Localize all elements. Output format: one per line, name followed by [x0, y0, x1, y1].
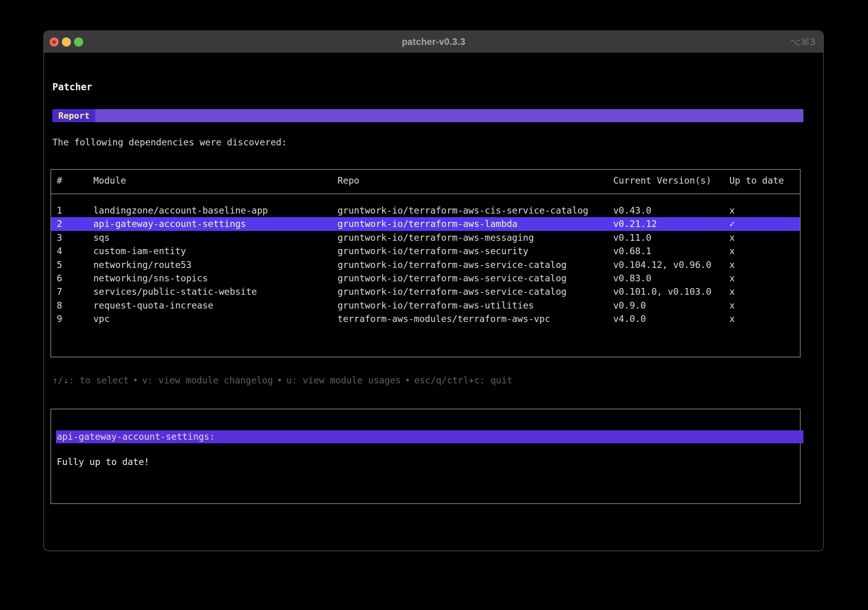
- bullet-separator-icon: •: [273, 375, 286, 385]
- row-module: api-gateway-account-settings: [93, 217, 338, 231]
- row-module: networking/sns-topics: [93, 272, 338, 285]
- row-repo: terraform-aws-modules/terraform-aws-vpc: [338, 312, 613, 325]
- row-number: 4: [57, 244, 93, 258]
- row-module: landingzone/account-baseline-app: [93, 204, 338, 217]
- row-versions: v0.43.0: [613, 204, 729, 217]
- table-header: # Module Repo Current Version(s) Up to d…: [51, 170, 800, 194]
- window-controls: [50, 31, 83, 53]
- row-number: 5: [57, 258, 93, 272]
- row-up-to-date-mark: x: [729, 312, 800, 325]
- row-repo: gruntwork-io/terraform-aws-security: [338, 244, 613, 258]
- table-row[interactable]: 2 api-gateway-account-settings gruntwork…: [51, 217, 800, 231]
- table-body: 1 landingzone/account-baseline-app grunt…: [51, 204, 800, 326]
- row-repo: gruntwork-io/terraform-aws-service-catal…: [338, 272, 613, 285]
- row-module: services/public-static-website: [93, 285, 338, 298]
- table-row[interactable]: 8 request-quota-increase gruntwork-io/te…: [51, 299, 800, 312]
- row-repo: gruntwork-io/terraform-aws-service-catal…: [338, 258, 613, 272]
- row-versions: v0.9.0: [613, 299, 729, 312]
- row-module: sqs: [93, 231, 338, 244]
- row-versions: v0.11.0: [613, 231, 729, 244]
- row-up-to-date-mark: x: [729, 244, 800, 258]
- row-number: 8: [57, 299, 93, 312]
- row-up-to-date-mark: x: [729, 272, 800, 285]
- row-number: 6: [57, 272, 93, 285]
- row-repo: gruntwork-io/terraform-aws-utilities: [338, 299, 613, 312]
- row-versions: v0.68.1: [613, 244, 729, 258]
- detail-panel: api-gateway-account-settings: Fully up t…: [50, 409, 801, 504]
- column-header-up-to-date: Up to date: [729, 174, 800, 187]
- row-up-to-date-mark: x: [729, 299, 800, 312]
- row-repo: gruntwork-io/terraform-aws-cis-service-c…: [338, 204, 613, 217]
- row-versions: v0.101.0, v0.103.0: [613, 285, 729, 298]
- help-usages: u: view module usages: [286, 375, 401, 385]
- window-title: patcher-v0.3.3: [402, 37, 466, 47]
- help-quit: esc/q/ctrl+c: quit: [414, 375, 512, 385]
- table-row[interactable]: 4 custom-iam-entity gruntwork-io/terrafo…: [51, 244, 800, 258]
- row-up-to-date-mark: x: [729, 285, 800, 298]
- tab-shortcut-hint: ⌥⌘3: [790, 31, 816, 53]
- terminal-content: Patcher Report The following dependencie…: [44, 53, 823, 550]
- app-heading: Patcher: [52, 82, 92, 93]
- detail-title-highlight: api-gateway-account-settings:: [56, 430, 803, 443]
- column-header-versions: Current Version(s): [613, 174, 729, 187]
- row-number: 9: [57, 312, 93, 325]
- minimize-button-icon[interactable]: [62, 37, 71, 46]
- row-number: 3: [57, 231, 93, 244]
- row-up-to-date-mark: x: [729, 258, 800, 272]
- row-repo: gruntwork-io/terraform-aws-lambda: [338, 217, 613, 231]
- zoom-button-icon[interactable]: [74, 37, 83, 46]
- row-versions: v0.104.12, v0.96.0: [613, 258, 729, 272]
- terminal-window: patcher-v0.3.3 ⌥⌘3 Patcher Report The fo…: [43, 30, 824, 551]
- column-header-repo: Repo: [338, 174, 613, 187]
- row-versions: v4.0.0: [613, 312, 729, 325]
- tab-report[interactable]: Report: [52, 109, 95, 122]
- help-changelog: v: view module changelog: [142, 375, 273, 385]
- close-button-icon[interactable]: [50, 37, 59, 46]
- row-versions: v0.21.12: [613, 217, 729, 231]
- detail-status-text: Fully up to date!: [57, 457, 149, 467]
- row-versions: v0.83.0: [613, 272, 729, 285]
- row-up-to-date-mark: x: [729, 231, 800, 244]
- row-module: networking/route53: [93, 258, 338, 272]
- help-select: ↑/↓: to select: [52, 375, 129, 385]
- row-repo: gruntwork-io/terraform-aws-service-catal…: [338, 285, 613, 298]
- help-bar: ↑/↓: to select•v: view module changelog•…: [52, 375, 512, 385]
- table-row[interactable]: 7 services/public-static-website gruntwo…: [51, 285, 800, 298]
- table-row[interactable]: 1 landingzone/account-baseline-app grunt…: [51, 204, 800, 217]
- table-row[interactable]: 3 sqs gruntwork-io/terraform-aws-messagi…: [51, 231, 800, 244]
- row-repo: gruntwork-io/terraform-aws-messaging: [338, 231, 613, 244]
- intro-text: The following dependencies were discover…: [52, 137, 287, 147]
- row-module: vpc: [93, 312, 338, 325]
- row-up-to-date-mark: x: [729, 204, 800, 217]
- row-up-to-date-mark: ✓: [729, 217, 800, 231]
- row-number: 1: [57, 204, 93, 217]
- row-module: custom-iam-entity: [93, 244, 338, 258]
- table-row[interactable]: 5 networking/route53 gruntwork-io/terraf…: [51, 258, 800, 272]
- row-number: 2: [57, 217, 93, 231]
- tab-bar: Report: [52, 109, 803, 122]
- table-row[interactable]: 6 networking/sns-topics gruntwork-io/ter…: [51, 272, 800, 285]
- bullet-separator-icon: •: [129, 375, 142, 385]
- row-number: 7: [57, 285, 93, 298]
- column-header-module: Module: [93, 174, 338, 187]
- bullet-separator-icon: •: [401, 375, 414, 385]
- table-row[interactable]: 9 vpc terraform-aws-modules/terraform-aw…: [51, 312, 800, 325]
- dependencies-table: # Module Repo Current Version(s) Up to d…: [50, 169, 801, 357]
- row-module: request-quota-increase: [93, 299, 338, 312]
- titlebar: patcher-v0.3.3 ⌥⌘3: [44, 31, 823, 53]
- column-header-num: #: [57, 174, 93, 187]
